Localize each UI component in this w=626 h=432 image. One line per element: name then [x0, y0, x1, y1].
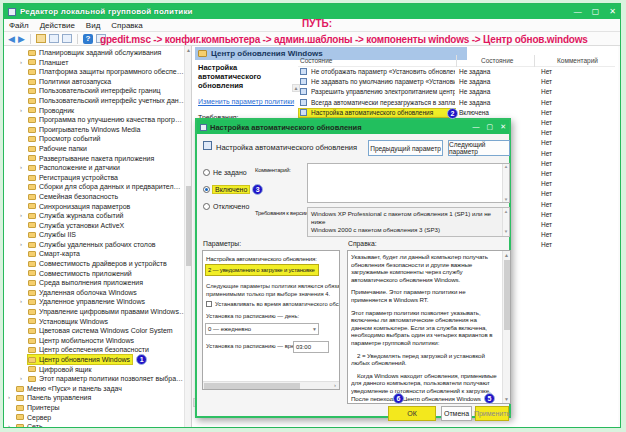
tree-item[interactable]: Цифровой ящик [4, 365, 191, 375]
supported-scrollbar[interactable]: ▲▼ [502, 208, 509, 236]
scrollbar-thumb[interactable] [186, 186, 191, 266]
column-header-comment[interactable]: Комментарий [534, 55, 620, 67]
tree-item[interactable]: Управление цифровыми правами Windows… [4, 307, 191, 317]
menu-item[interactable]: Вид [86, 21, 100, 30]
scheduled-day-dropdown[interactable]: 0 — ежедневно ▼ [205, 323, 319, 335]
tree-item[interactable]: Совместимость драйверов и устройств [4, 259, 191, 269]
tree-item[interactable]: Меню «Пуск» и панель задач [4, 384, 191, 394]
scrollbar-thumb[interactable] [204, 383, 300, 389]
expand-chevron-icon[interactable]: › [20, 240, 28, 250]
scrollbar-down-icon[interactable]: ▼ [503, 395, 510, 403]
policy-row[interactable]: Не отображать параметр «Установить обнов… [298, 67, 615, 77]
expand-chevron-icon[interactable]: › [20, 163, 28, 173]
tree-item[interactable]: Сборки для сбора данных и предварител… [4, 182, 191, 192]
policy-row[interactable]: Всегда автоматически перезагружаться в з… [298, 98, 615, 108]
tree-item[interactable]: ›Проводник [4, 106, 191, 116]
radio-enabled[interactable]: Включено3 [203, 183, 263, 195]
tree-item[interactable]: ›Панель управления [4, 393, 191, 403]
tree-item[interactable]: ›Удаленное управление Windows [4, 297, 191, 307]
expand-chevron-icon[interactable]: › [20, 106, 28, 116]
tree-item[interactable]: Пользовательский интерфейс границ [4, 86, 191, 96]
radio-icon[interactable] [203, 186, 210, 193]
expand-chevron-icon[interactable]: › [20, 374, 28, 384]
tree-item[interactable]: ›Сеть [4, 422, 191, 427]
tree-item[interactable]: Удаленная оболочка Windows [4, 288, 191, 298]
tree-item[interactable]: Регистрация устройства [4, 173, 191, 183]
tree-scrollbar[interactable]: ▲ [184, 46, 191, 427]
tree-item[interactable]: Планировщик заданий обслуживания [4, 48, 191, 58]
tree-item[interactable]: ›Расположение и датчики [4, 163, 191, 173]
tree-item[interactable]: Просмотр событий [4, 134, 191, 144]
minimize-button[interactable]: — [574, 4, 582, 19]
forward-icon[interactable]: ▶ [18, 34, 25, 44]
menu-item[interactable]: Справка [111, 21, 142, 30]
tree-item[interactable]: Проигрыватель Windows Media [4, 125, 191, 135]
tree-item[interactable]: Синхронизация параметров [4, 202, 191, 212]
policy-row[interactable]: Разрешить управлению электропитанием цен… [298, 87, 615, 97]
expand-chevron-icon[interactable]: › [20, 211, 28, 221]
scrollbar-thumb[interactable] [504, 260, 510, 330]
policy-row[interactable]: Настройка автоматического обновленияВклю… [298, 108, 615, 118]
close-button[interactable]: ✕ [609, 4, 616, 19]
tree-item[interactable]: Рабочие папки [4, 144, 191, 154]
menu-item[interactable]: Файл [9, 21, 29, 30]
tree-item[interactable]: Цветовая система Windows Color System [4, 326, 191, 336]
dialog-close-button[interactable]: ✕ [500, 123, 506, 131]
scrollbar-up-icon[interactable]: ▲ [503, 251, 510, 259]
radio-not-configured[interactable]: Не задано [203, 166, 247, 178]
help-icon[interactable]: ? [83, 34, 93, 44]
tree-item[interactable]: ›Службы удаленных рабочих столов [4, 240, 191, 250]
window-view-icon[interactable] [49, 34, 59, 43]
tree-item[interactable]: ›Планшет [4, 58, 191, 68]
tree-item[interactable]: Центр обеспечения безопасности [4, 345, 191, 355]
options-hscrollbar[interactable]: › [203, 381, 339, 389]
cancel-button[interactable]: Отмена [441, 406, 472, 421]
tree-item[interactable]: Центр мобильности Windows [4, 336, 191, 346]
expand-chevron-icon[interactable]: › [20, 58, 28, 68]
tree-item[interactable]: Совместимость приложений [4, 269, 191, 279]
policy-row[interactable]: Не задавать по умолчанию параметр «Устан… [298, 77, 615, 87]
apply-button[interactable]: Применить [475, 406, 509, 421]
edit-policy-link[interactable]: Изменить параметр политики [198, 98, 294, 105]
expand-chevron-icon[interactable]: › [20, 297, 28, 307]
tree-item[interactable]: Политики автозапуска [4, 77, 191, 87]
scheduled-time-input[interactable]: 03:00 [293, 341, 329, 353]
scrollbar-up-icon[interactable]: ▲ [185, 46, 192, 54]
install-during-maintenance-row[interactable]: Устанавливать во время автоматического о… [206, 301, 340, 307]
tree-item[interactable]: Службы IIS [4, 230, 191, 240]
maximize-button[interactable]: ▢ [592, 4, 600, 19]
tree-item[interactable]: Пользовательский интерфейс учетных дан… [4, 96, 191, 106]
expand-chevron-icon[interactable]: › [8, 393, 16, 403]
tree-item[interactable]: Установщик Windows [4, 317, 191, 327]
checkbox-icon[interactable] [206, 301, 212, 307]
expand-chevron-icon[interactable]: › [8, 422, 16, 427]
export-list-icon[interactable] [36, 34, 46, 43]
document-icon[interactable] [62, 34, 72, 43]
tree-item[interactable]: Сервер [4, 413, 191, 423]
tree-item[interactable]: ›Служба журнала событий [4, 211, 191, 221]
tree-item[interactable]: Семейная безопасность [4, 192, 191, 202]
comment-scrollbar[interactable]: ▲▼ [502, 164, 509, 202]
column-header-state[interactable]: Состояние [456, 55, 534, 67]
configure-updates-dropdown[interactable]: 2 — уведомления о загрузке и установке [205, 264, 319, 276]
tree-item[interactable]: Смарт-карта [4, 249, 191, 259]
dialog-maximize-button[interactable]: ▢ [487, 123, 494, 131]
ok-button[interactable]: ОК [388, 406, 436, 421]
radio-disabled[interactable]: Отключено [203, 200, 249, 212]
previous-setting-button[interactable]: Предыдущий параметр [368, 140, 443, 156]
tree-item[interactable]: Центр обновления Windows1 [4, 355, 191, 365]
radio-icon[interactable] [203, 169, 210, 176]
menu-item[interactable]: Действие [40, 21, 75, 30]
next-setting-button[interactable]: Следующий параметр [448, 140, 510, 156]
tree-item[interactable]: ›Этот параметр политики позволяет выбра… [4, 374, 191, 384]
column-header-setting[interactable]: Состояние [298, 55, 456, 67]
tree-item[interactable]: Программа по улучшению качества прогр… [4, 115, 191, 125]
scroll-right-icon[interactable]: › [331, 382, 339, 390]
help-scrollbar[interactable]: ▲ ▼ [502, 251, 510, 403]
radio-icon[interactable] [203, 203, 210, 210]
back-icon[interactable]: ◀ [8, 34, 15, 44]
tree-item[interactable]: Принтеры [4, 403, 191, 413]
comment-textarea[interactable]: ▲▼ [307, 163, 510, 203]
tree-item[interactable]: Развертывание пакета приложения [4, 154, 191, 164]
tree-item[interactable]: Платформа защиты программного обеспе… [4, 67, 191, 77]
